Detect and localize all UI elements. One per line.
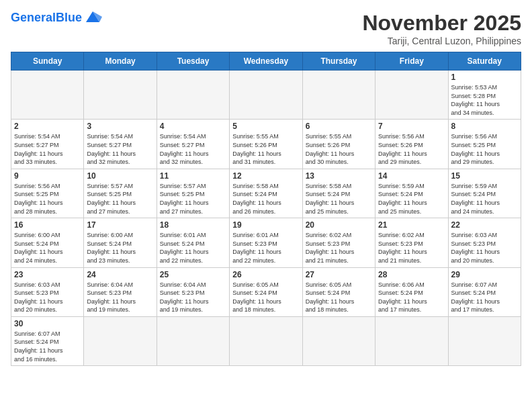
week-row-5: 23Sunrise: 6:03 AM Sunset: 5:23 PM Dayli… bbox=[11, 267, 521, 316]
day-info: Sunrise: 6:02 AM Sunset: 5:23 PM Dayligh… bbox=[306, 231, 372, 265]
day-info: Sunrise: 6:05 AM Sunset: 5:24 PM Dayligh… bbox=[232, 281, 299, 314]
day-info: Sunrise: 5:54 AM Sunset: 5:27 PM Dayligh… bbox=[87, 132, 153, 166]
day-number: 26 bbox=[232, 270, 299, 279]
day-cell: 11Sunrise: 5:57 AM Sunset: 5:25 PM Dayli… bbox=[157, 169, 229, 218]
day-info: Sunrise: 6:03 AM Sunset: 5:23 PM Dayligh… bbox=[451, 231, 518, 265]
day-info: Sunrise: 6:03 AM Sunset: 5:23 PM Dayligh… bbox=[14, 281, 81, 314]
day-cell: 28Sunrise: 6:06 AM Sunset: 5:24 PM Dayli… bbox=[375, 267, 448, 316]
day-cell bbox=[375, 71, 448, 120]
day-number: 23 bbox=[14, 270, 81, 279]
day-info: Sunrise: 5:54 AM Sunset: 5:27 PM Dayligh… bbox=[14, 132, 81, 166]
day-number: 24 bbox=[87, 270, 153, 279]
day-cell: 19Sunrise: 6:01 AM Sunset: 5:23 PM Dayli… bbox=[230, 218, 302, 267]
day-info: Sunrise: 6:07 AM Sunset: 5:24 PM Dayligh… bbox=[14, 330, 81, 363]
day-info: Sunrise: 5:55 AM Sunset: 5:26 PM Dayligh… bbox=[306, 132, 372, 166]
day-cell: 8Sunrise: 5:56 AM Sunset: 5:25 PM Daylig… bbox=[448, 120, 521, 169]
day-cell bbox=[157, 71, 229, 120]
day-cell: 5Sunrise: 5:55 AM Sunset: 5:26 PM Daylig… bbox=[230, 120, 302, 169]
logo: GeneralBlue bbox=[11, 11, 102, 25]
day-info: Sunrise: 5:56 AM Sunset: 5:26 PM Dayligh… bbox=[378, 132, 445, 166]
day-cell bbox=[84, 316, 157, 365]
day-info: Sunrise: 5:59 AM Sunset: 5:24 PM Dayligh… bbox=[378, 182, 445, 216]
day-cell: 6Sunrise: 5:55 AM Sunset: 5:26 PM Daylig… bbox=[302, 120, 375, 169]
day-info: Sunrise: 6:04 AM Sunset: 5:23 PM Dayligh… bbox=[160, 281, 226, 314]
day-cell: 22Sunrise: 6:03 AM Sunset: 5:23 PM Dayli… bbox=[448, 218, 521, 267]
day-number: 7 bbox=[378, 122, 445, 131]
title-block: November 2025 Tariji, Central Luzon, Phi… bbox=[362, 11, 521, 46]
day-number: 18 bbox=[160, 220, 226, 230]
day-info: Sunrise: 5:56 AM Sunset: 5:25 PM Dayligh… bbox=[451, 132, 518, 166]
day-info: Sunrise: 6:02 AM Sunset: 5:23 PM Dayligh… bbox=[378, 231, 445, 265]
day-cell: 9Sunrise: 5:56 AM Sunset: 5:25 PM Daylig… bbox=[11, 169, 84, 218]
day-cell: 29Sunrise: 6:07 AM Sunset: 5:24 PM Dayli… bbox=[448, 267, 521, 316]
day-number: 8 bbox=[451, 122, 518, 131]
weekday-header-sunday: Sunday bbox=[11, 52, 84, 71]
day-number: 27 bbox=[306, 270, 372, 279]
weekday-header-tuesday: Tuesday bbox=[157, 52, 229, 71]
week-row-4: 16Sunrise: 6:00 AM Sunset: 5:24 PM Dayli… bbox=[11, 218, 521, 267]
day-number: 29 bbox=[451, 270, 518, 279]
day-info: Sunrise: 5:57 AM Sunset: 5:25 PM Dayligh… bbox=[160, 182, 226, 216]
weekday-header-saturday: Saturday bbox=[448, 52, 521, 71]
day-cell bbox=[230, 316, 302, 365]
week-row-3: 9Sunrise: 5:56 AM Sunset: 5:25 PM Daylig… bbox=[11, 169, 521, 218]
day-number: 21 bbox=[378, 220, 445, 230]
weekday-header-row: SundayMondayTuesdayWednesdayThursdayFrid… bbox=[11, 52, 521, 71]
day-number: 15 bbox=[451, 171, 518, 181]
day-number: 10 bbox=[87, 171, 153, 181]
day-cell: 7Sunrise: 5:56 AM Sunset: 5:26 PM Daylig… bbox=[375, 120, 448, 169]
day-number: 2 bbox=[14, 122, 81, 131]
day-cell bbox=[11, 71, 84, 120]
day-number: 16 bbox=[14, 220, 81, 230]
day-cell: 18Sunrise: 6:01 AM Sunset: 5:24 PM Dayli… bbox=[157, 218, 229, 267]
day-info: Sunrise: 6:07 AM Sunset: 5:24 PM Dayligh… bbox=[451, 281, 518, 314]
day-info: Sunrise: 5:58 AM Sunset: 5:24 PM Dayligh… bbox=[232, 182, 299, 216]
day-cell: 4Sunrise: 5:54 AM Sunset: 5:27 PM Daylig… bbox=[157, 120, 229, 169]
day-number: 6 bbox=[306, 122, 372, 131]
day-cell: 14Sunrise: 5:59 AM Sunset: 5:24 PM Dayli… bbox=[375, 169, 448, 218]
day-cell: 3Sunrise: 5:54 AM Sunset: 5:27 PM Daylig… bbox=[84, 120, 157, 169]
week-row-2: 2Sunrise: 5:54 AM Sunset: 5:27 PM Daylig… bbox=[11, 120, 521, 169]
day-info: Sunrise: 5:55 AM Sunset: 5:26 PM Dayligh… bbox=[232, 132, 299, 166]
day-number: 9 bbox=[14, 171, 81, 181]
day-number: 5 bbox=[232, 122, 299, 131]
day-info: Sunrise: 5:56 AM Sunset: 5:25 PM Dayligh… bbox=[14, 182, 81, 216]
day-number: 17 bbox=[87, 220, 153, 230]
day-info: Sunrise: 6:05 AM Sunset: 5:24 PM Dayligh… bbox=[306, 281, 372, 314]
day-info: Sunrise: 5:57 AM Sunset: 5:25 PM Dayligh… bbox=[87, 182, 153, 216]
logo-blue: Blue bbox=[56, 11, 82, 24]
day-cell bbox=[448, 316, 521, 365]
day-info: Sunrise: 5:59 AM Sunset: 5:24 PM Dayligh… bbox=[451, 182, 518, 216]
day-number: 22 bbox=[451, 220, 518, 230]
day-info: Sunrise: 6:01 AM Sunset: 5:24 PM Dayligh… bbox=[160, 231, 226, 265]
day-cell: 23Sunrise: 6:03 AM Sunset: 5:23 PM Dayli… bbox=[11, 267, 84, 316]
day-cell bbox=[302, 316, 375, 365]
calendar-table: SundayMondayTuesdayWednesdayThursdayFrid… bbox=[11, 52, 521, 366]
day-number: 4 bbox=[160, 122, 226, 131]
day-cell: 24Sunrise: 6:04 AM Sunset: 5:23 PM Dayli… bbox=[84, 267, 157, 316]
day-info: Sunrise: 6:00 AM Sunset: 5:24 PM Dayligh… bbox=[14, 231, 81, 265]
day-number: 19 bbox=[232, 220, 299, 230]
logo-general: General bbox=[11, 11, 56, 24]
day-cell: 30Sunrise: 6:07 AM Sunset: 5:24 PM Dayli… bbox=[11, 316, 84, 365]
day-number: 12 bbox=[232, 171, 299, 181]
day-cell: 21Sunrise: 6:02 AM Sunset: 5:23 PM Dayli… bbox=[375, 218, 448, 267]
day-cell: 17Sunrise: 6:00 AM Sunset: 5:24 PM Dayli… bbox=[84, 218, 157, 267]
day-cell: 16Sunrise: 6:00 AM Sunset: 5:24 PM Dayli… bbox=[11, 218, 84, 267]
day-info: Sunrise: 6:06 AM Sunset: 5:24 PM Dayligh… bbox=[378, 281, 445, 314]
day-cell: 10Sunrise: 5:57 AM Sunset: 5:25 PM Dayli… bbox=[84, 169, 157, 218]
day-number: 30 bbox=[14, 319, 81, 328]
day-info: Sunrise: 5:58 AM Sunset: 5:24 PM Dayligh… bbox=[306, 182, 372, 216]
logo-icon bbox=[83, 10, 102, 25]
day-number: 1 bbox=[451, 73, 518, 82]
day-cell: 13Sunrise: 5:58 AM Sunset: 5:24 PM Dayli… bbox=[302, 169, 375, 218]
day-number: 20 bbox=[306, 220, 372, 230]
day-number: 25 bbox=[160, 270, 226, 279]
day-cell: 12Sunrise: 5:58 AM Sunset: 5:24 PM Dayli… bbox=[230, 169, 302, 218]
day-cell: 25Sunrise: 6:04 AM Sunset: 5:23 PM Dayli… bbox=[157, 267, 229, 316]
day-cell: 20Sunrise: 6:02 AM Sunset: 5:23 PM Dayli… bbox=[302, 218, 375, 267]
weekday-header-monday: Monday bbox=[84, 52, 157, 71]
weekday-header-friday: Friday bbox=[375, 52, 448, 71]
day-number: 13 bbox=[306, 171, 372, 181]
day-number: 14 bbox=[378, 171, 445, 181]
